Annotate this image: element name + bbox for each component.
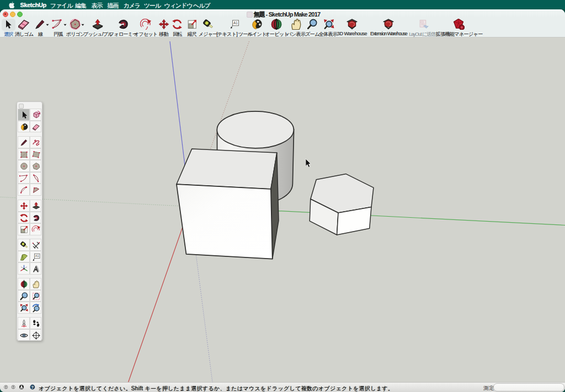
svg-text:?: ? xyxy=(31,385,34,390)
svg-text:A1: A1 xyxy=(233,21,238,25)
svg-text:A1: A1 xyxy=(35,254,39,257)
